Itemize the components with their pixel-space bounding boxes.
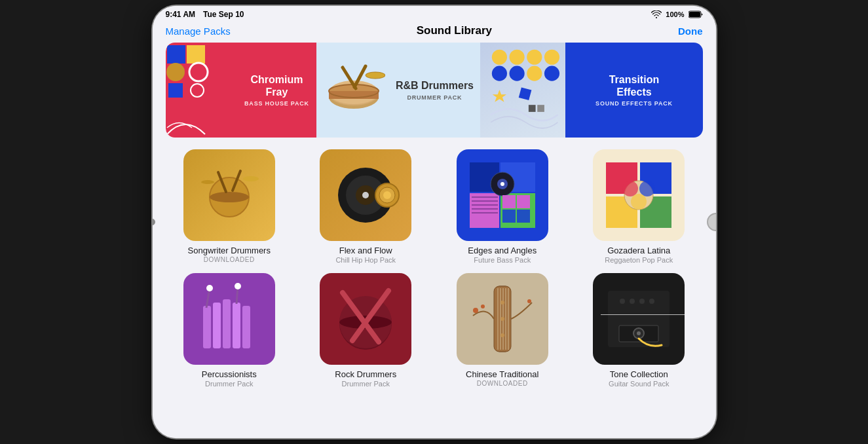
svg-point-72 — [639, 181, 655, 196]
svg-rect-77 — [233, 303, 240, 348]
svg-rect-35 — [538, 105, 545, 112]
svg-point-46 — [362, 192, 369, 198]
pack-percussionists[interactable]: Percussionists Drummer Pack — [166, 273, 293, 388]
svg-point-99 — [481, 305, 485, 308]
svg-point-5 — [166, 63, 185, 81]
featured-transition-title: TransitionEffects — [595, 73, 673, 98]
svg-point-105 — [649, 299, 654, 304]
status-time: 9:41 AM — [166, 10, 196, 19]
svg-rect-75 — [213, 303, 221, 348]
svg-marker-32 — [493, 90, 506, 102]
svg-point-71 — [622, 181, 638, 196]
svg-point-41 — [243, 176, 259, 181]
svg-point-56 — [500, 182, 504, 186]
pack-name-flex: Flex and Flow — [339, 246, 392, 255]
svg-point-104 — [639, 299, 645, 304]
svg-point-0 — [656, 17, 657, 18]
svg-point-103 — [630, 299, 635, 304]
pack-thumb-edges — [457, 149, 548, 241]
svg-point-80 — [206, 285, 213, 291]
svg-rect-64 — [502, 210, 516, 223]
svg-rect-7 — [168, 83, 183, 98]
wifi-icon — [651, 10, 662, 18]
featured-rnb[interactable]: R&B Drummers DRUMMER PACK — [316, 43, 481, 138]
featured-chromium-subtitle: BASS HOUSE PACK — [244, 100, 310, 107]
battery-text: 100% — [666, 10, 684, 18]
svg-point-73 — [631, 194, 647, 210]
pack-thumb-rock — [320, 273, 411, 365]
svg-point-37 — [210, 192, 249, 202]
pack-chinese-traditional[interactable]: Chinese Traditional DOWNLOADED — [439, 273, 567, 388]
pack-flex-flow[interactable]: Flex and Flow Chill Hip Hop Pack — [302, 149, 430, 264]
pack-thumb-percussionists — [183, 273, 275, 365]
svg-rect-9 — [167, 102, 180, 115]
svg-point-96 — [500, 317, 504, 321]
svg-rect-52 — [470, 193, 499, 228]
page-title: Sound Library — [417, 24, 492, 37]
packs-grid: Songwriter Drummers DOWNLOADED — [166, 149, 703, 388]
battery-icon — [689, 10, 703, 18]
svg-point-23 — [366, 72, 385, 79]
featured-transition[interactable]: TransitionEffects SOUND EFFECTS PACK — [565, 43, 702, 138]
svg-point-27 — [544, 50, 559, 65]
svg-point-24 — [492, 50, 507, 65]
pack-rock-drummers[interactable]: Rock Drummers Drummer Pack — [302, 273, 430, 388]
pack-name-percussionists: Percussionists — [202, 369, 257, 379]
svg-point-82 — [235, 283, 241, 289]
pack-sub-songwriter: DOWNLOADED — [204, 256, 255, 263]
featured-rnb-title: R&B Drummers — [396, 79, 474, 92]
pack-sub-edges: Future Bass Pack — [474, 256, 531, 264]
pack-gozadera[interactable]: Gozadera Latina Reggaeton Pop Pack — [575, 149, 703, 264]
pack-sub-gozadera: Reggaeton Pop Pack — [605, 256, 673, 264]
featured-chromium-title: ChromiumFray — [244, 73, 310, 98]
svg-rect-4 — [187, 45, 205, 64]
pack-name-edges: Edges and Angles — [468, 246, 537, 255]
svg-rect-78 — [242, 306, 250, 348]
svg-point-100 — [527, 299, 531, 303]
svg-rect-63 — [517, 195, 530, 208]
pack-sub-percussionists: Drummer Pack — [205, 380, 253, 388]
pack-name-gozadera: Gozadera Latina — [607, 246, 670, 255]
featured-chromium-fray[interactable]: ChromiumFray BASS HOUSE PACK — [166, 43, 316, 138]
rnb-art — [323, 61, 385, 120]
pack-sub-flex: Chill Hip Hop Pack — [335, 256, 396, 264]
pack-thumb-flex — [320, 149, 411, 241]
svg-point-25 — [510, 50, 525, 65]
svg-rect-3 — [167, 45, 185, 64]
pack-name-tone: Tone Collection — [610, 369, 668, 379]
svg-rect-65 — [517, 210, 530, 223]
svg-point-29 — [510, 66, 525, 81]
svg-point-95 — [500, 301, 504, 305]
pack-thumb-songwriter — [183, 149, 275, 241]
manage-packs-button[interactable]: Manage Packs — [166, 26, 231, 37]
status-bar: 9:41 AM Tue Sep 10 100% — [153, 6, 716, 22]
pack-sub-tone: Guitar Sound Pack — [609, 380, 669, 388]
ipad-screen: 9:41 AM Tue Sep 10 100% Manage P — [153, 6, 716, 438]
status-indicators: 100% — [651, 10, 702, 18]
svg-rect-74 — [203, 306, 211, 348]
svg-point-49 — [383, 191, 391, 199]
svg-point-42 — [201, 180, 214, 184]
svg-rect-62 — [502, 195, 516, 208]
svg-rect-2 — [689, 12, 700, 17]
pack-thumb-gozadera — [593, 149, 685, 241]
pack-edges-angles[interactable]: Edges and Angles Future Bass Pack — [439, 149, 567, 264]
svg-point-108 — [637, 331, 641, 335]
pack-thumb-chinese — [457, 273, 548, 365]
ipad-frame: 9:41 AM Tue Sep 10 100% Manage P — [153, 6, 716, 438]
featured-row: ChromiumFray BASS HOUSE PACK — [166, 43, 703, 138]
svg-point-26 — [527, 50, 542, 65]
svg-rect-76 — [223, 299, 231, 348]
pack-tone-collection[interactable]: Tone Collection Guitar Sound Pack — [575, 273, 703, 388]
svg-rect-11 — [196, 102, 209, 115]
svg-rect-34 — [529, 105, 536, 112]
nav-bar: Manage Packs Sound Library Done — [153, 22, 716, 43]
svg-point-8 — [191, 84, 204, 97]
main-content: ChromiumFray BASS HOUSE PACK — [153, 43, 716, 438]
svg-point-98 — [473, 308, 478, 313]
svg-point-30 — [527, 66, 542, 81]
pack-songwriter-drummers[interactable]: Songwriter Drummers DOWNLOADED — [166, 149, 293, 264]
done-button[interactable]: Done — [678, 26, 703, 37]
svg-point-6 — [189, 63, 208, 81]
svg-point-28 — [492, 66, 507, 81]
